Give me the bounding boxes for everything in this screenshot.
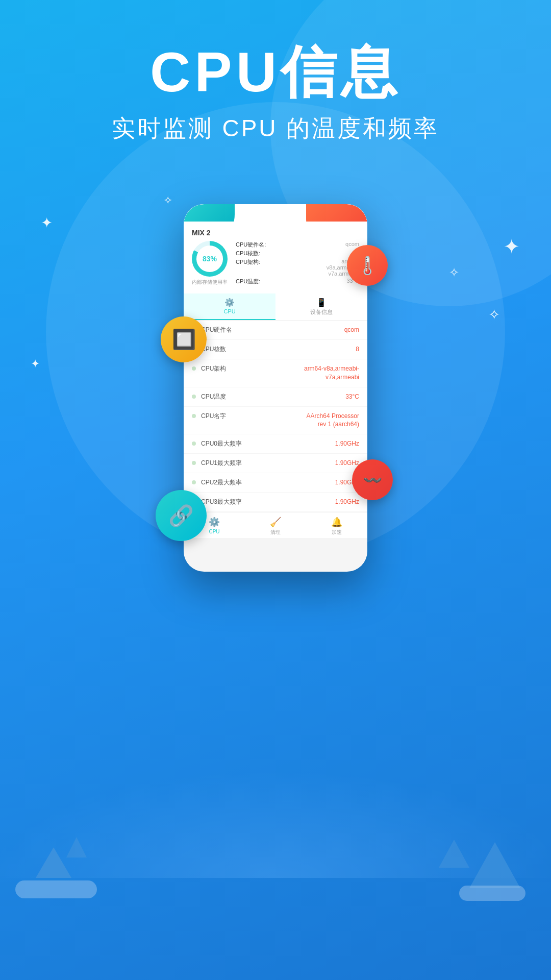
nav-clean-label: 清理 [270,529,281,536]
list-key-3: CPU温度 [201,393,345,401]
list-val-8: 1.90GHz [335,498,359,506]
info-row-0: CPU硬件名: qcom [236,241,359,249]
list-dot-6 [192,461,196,465]
nav-cpu-icon: ⚙️ [209,517,220,528]
tab-cpu-icon: ⚙️ [224,298,235,307]
list-dot-7 [192,480,196,484]
info-label-3: CPU温度: [236,278,260,285]
list-item-7: CPU2最大频率 1.90GHz [184,473,367,493]
float-network-button[interactable]: 🔗 [156,490,207,541]
sparkle-6: ✧ [488,306,500,323]
list-key-6: CPU1最大频率 [201,459,335,468]
info-label-2: CPU架构: [236,258,260,277]
storage-gauge: 83% [192,241,228,277]
list-val-1: 8 [356,345,359,354]
cloud-1 [15,880,97,898]
sparkle-1: ✦ [41,214,53,231]
list-key-0: CPU硬件名 [201,326,344,334]
tab-cpu-label: CPU [223,308,235,314]
list-key-7: CPU2最大频率 [201,478,335,487]
sparkle-3: ✦ [503,235,520,258]
sparkle-4: ✧ [449,265,459,280]
cpu-chip-icon: 🔲 [172,328,196,351]
list-item-4: CPU名字 AArch64 Processor rev 1 (aarch64) [184,407,367,435]
nav-boost-label: 加速 [332,529,342,536]
nav-clean[interactable]: 🧹 清理 [245,517,306,536]
list-val-5: 1.90GHz [335,439,359,448]
tab-cpu[interactable]: ⚙️ CPU [184,293,276,320]
nav-boost[interactable]: 🔔 加速 [306,517,367,536]
triangle-4 [439,840,469,868]
tab-device-icon: 📱 [316,298,327,307]
sparkle-5: ✦ [31,357,40,371]
sparkle-2: ✧ [163,194,172,207]
list-key-4: CPU名字 [201,412,298,421]
tab-device-label: 设备信息 [310,308,333,316]
nav-clean-icon: 🧹 [270,517,281,528]
thermometer-icon: 🌡️ [357,255,378,276]
list-val-2: arm64-v8a,armeabi-v7a,armeabi [298,364,359,382]
device-name: MIX 2 [192,229,359,237]
tab-device-info[interactable]: 📱 设备信息 [276,293,367,320]
list-item-3: CPU温度 33°C [184,387,367,407]
list-item-8: CPU3最大频率 1.90GHz [184,493,367,512]
float-temp-button[interactable]: 🌡️ [347,245,388,286]
phone-mockup: 🔲 🌡️ 〰️ 🔗 📱 下午2:55 ⊙ ▌▌▌ ☁ 🔋 MIX 2 83% [184,204,367,572]
list-key-1: CPU核数 [201,345,356,354]
list-key-8: CPU3最大频率 [201,498,335,506]
phone-screen: 📱 下午2:55 ⊙ ▌▌▌ ☁ 🔋 MIX 2 83% 内部存储使用率 CPU… [184,204,367,572]
header: CPU信息 实时监测 CPU 的温度和频率 [0,0,551,144]
page-subtitle: 实时监测 CPU 的温度和频率 [0,113,551,144]
gauge-label: 内部存储使用率 [192,279,228,286]
list-dot-5 [192,442,196,446]
info-row-3: CPU温度: 33°C [236,278,359,285]
list-item-5: CPU0最大频率 1.90GHz [184,434,367,454]
float-cpu-button[interactable]: 🔲 [161,316,207,362]
list-item-0: CPU硬件名 qcom [184,321,367,340]
list-val-0: qcom [344,326,359,334]
list-key-5: CPU0最大频率 [201,439,335,448]
list-item-1: CPU核数 8 [184,340,367,359]
card-content-row: 83% 内部存储使用率 CPU硬件名: qcom CPU核数: 8 CPU架构: [192,241,359,286]
float-wave-button[interactable]: 〰️ [352,459,393,500]
list-val-3: 33°C [345,393,359,401]
top-info-card: MIX 2 83% 内部存储使用率 CPU硬件名: qcom CPU核数: 8 [184,222,367,293]
cloud-2 [459,886,525,901]
nav-boost-icon: 🔔 [331,517,342,528]
info-label-0: CPU硬件名: [236,241,266,249]
info-label-1: CPU核数: [236,250,260,257]
network-icon: 🔗 [168,504,194,528]
gauge-percent: 83% [196,246,223,272]
info-row-1: CPU核数: 8 [236,250,359,257]
info-row-2: CPU架构: arm64-v8a,armeabi-v7a,armeabi [236,258,359,277]
triangle-3 [469,842,520,888]
list-item-2: CPU架构 arm64-v8a,armeabi-v7a,armeabi [184,359,367,387]
page-title: CPU信息 [0,41,551,103]
list-val-4: AArch64 Processor rev 1 (aarch64) [298,412,359,429]
list-dot-3 [192,395,196,399]
wave-icon: 〰️ [363,471,382,489]
phone-tab-bar: ⚙️ CPU 📱 设备信息 [184,293,367,321]
cpu-info-box: CPU硬件名: qcom CPU核数: 8 CPU架构: arm64-v8a,a… [236,241,359,286]
list-item-6: CPU1最大频率 1.90GHz [184,454,367,473]
bottom-decorations [0,786,551,980]
nav-cpu-label: CPU [209,529,219,534]
list-val-6: 1.90GHz [335,459,359,468]
list-dot-2 [192,366,196,371]
bottom-nav: ⚙️ CPU 🧹 清理 🔔 加速 [184,512,367,538]
list-dot-4 [192,414,196,418]
list-key-2: CPU架构 [201,364,298,373]
cpu-info-list: CPU硬件名 qcom CPU核数 8 CPU架构 arm64-v8a,arme… [184,321,367,512]
triangle-2 [66,837,87,857]
